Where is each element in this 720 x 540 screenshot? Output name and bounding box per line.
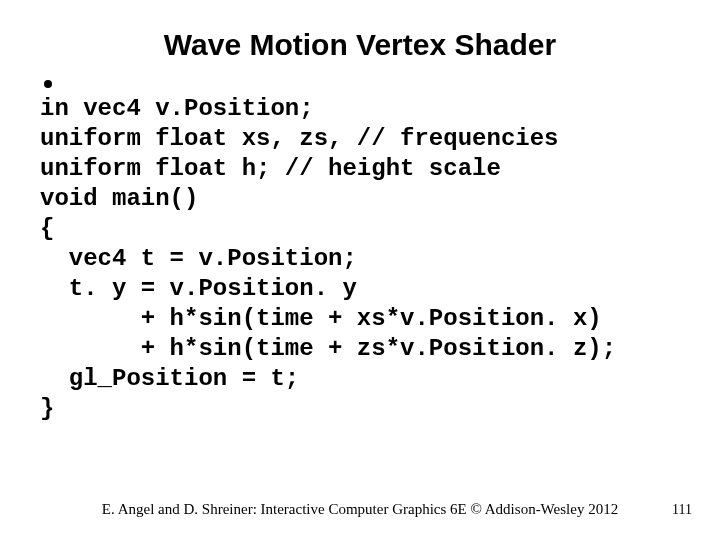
- code-line: uniform float h; // height scale: [40, 155, 501, 182]
- code-line: + h*sin(time + zs*v.Position. z);: [40, 335, 616, 362]
- footer-citation: E. Angel and D. Shreiner: Interactive Co…: [0, 501, 720, 518]
- code-line: t. y = v.Position. y: [40, 275, 357, 302]
- code-line: {: [40, 215, 54, 242]
- code-line: void main(): [40, 185, 198, 212]
- code-line: in vec4 v.Position;: [40, 95, 314, 122]
- code-line: vec4 t = v.Position;: [40, 245, 357, 272]
- code-line: uniform float xs, zs, // frequencies: [40, 125, 558, 152]
- code-line: }: [40, 395, 54, 422]
- code-line: + h*sin(time + xs*v.Position. x): [40, 305, 602, 332]
- slide-content: in vec4 v.Position; uniform float xs, zs…: [0, 80, 720, 424]
- code-block: in vec4 v.Position; uniform float xs, zs…: [40, 94, 680, 424]
- code-line: gl_Position = t;: [40, 365, 299, 392]
- bullet-icon: [44, 80, 52, 88]
- page-number: 111: [672, 502, 692, 518]
- slide-title: Wave Motion Vertex Shader: [0, 0, 720, 80]
